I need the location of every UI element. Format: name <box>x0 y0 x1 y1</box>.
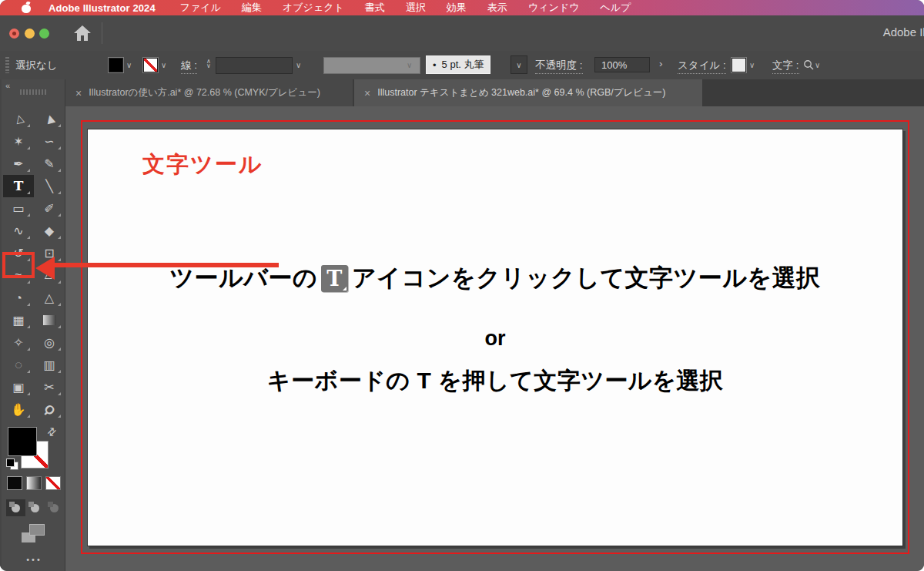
type-tool[interactable]: T <box>3 175 34 197</box>
titlebar-separator <box>102 22 102 44</box>
line-segment-tool[interactable]: ╲ <box>34 175 65 197</box>
style-label[interactable]: スタイル : <box>678 59 726 74</box>
symbol-sprayer-tool-icon: ◌ <box>15 359 22 371</box>
draw-behind-button[interactable] <box>25 499 45 516</box>
stroke-weight-chevron-icon[interactable]: ∨ <box>296 61 301 69</box>
fill-chevron-icon[interactable]: ∨ <box>126 61 132 69</box>
search-chevron-icon[interactable]: ∨ <box>815 61 820 69</box>
menu-item[interactable]: 表示 <box>487 1 507 15</box>
edit-toolbar-button[interactable]: ••• <box>2 555 67 564</box>
opacity-label[interactable]: 不透明度 : <box>535 59 583 74</box>
controlbar-grip[interactable] <box>5 57 9 73</box>
collapse-panel-icon[interactable]: « <box>5 81 10 90</box>
eyedropper-tool[interactable]: ✧ <box>3 331 34 354</box>
apply-gradient-button[interactable] <box>26 476 42 490</box>
shape-builder-tool-icon: ◔ <box>15 292 22 304</box>
eyedropper-tool-icon: ✧ <box>13 337 23 349</box>
shape-builder-tool[interactable]: ◔ <box>3 287 34 309</box>
type-label[interactable]: 文字 : <box>772 59 799 74</box>
tools-panel: « ▷▶✶∽✒✎T╲▭✐∿◆↺⊡≈▱◔△▦▩✧◎◌▥▣✂✋Ϙ ⇄ ••• <box>0 79 65 571</box>
magic-wand-tool[interactable]: ✶ <box>3 130 34 153</box>
app-menu-title[interactable]: Adobe Illustrator 2024 <box>49 2 156 14</box>
perspective-grid-tool[interactable]: △ <box>34 287 65 309</box>
menu-item[interactable]: ウィンドウ <box>528 1 580 15</box>
stroke-weight-input[interactable] <box>216 57 293 74</box>
annotation-label[interactable]: 文字ツール <box>142 149 263 180</box>
fill-well[interactable] <box>8 427 37 456</box>
artboard-tool[interactable]: ▣ <box>3 376 34 398</box>
menu-item[interactable]: ヘルプ <box>600 1 631 15</box>
apple-menu-icon[interactable] <box>22 2 32 13</box>
document-tab-active[interactable]: × Illustrator テキストまとめ 321web.ai* @ 69.4 … <box>354 79 702 106</box>
pen-tool[interactable]: ✒ <box>3 153 34 175</box>
mesh-tool[interactable]: ▦ <box>3 309 34 331</box>
shaper-tool[interactable]: ∿ <box>3 220 34 242</box>
home-icon[interactable] <box>73 25 92 42</box>
close-window-button[interactable] <box>9 29 19 39</box>
selection-tool[interactable]: ▷ <box>3 108 34 130</box>
close-tab-icon[interactable]: × <box>75 87 82 99</box>
tools-panel-grip[interactable] <box>20 89 48 95</box>
graph-tool[interactable]: ▥ <box>34 354 65 376</box>
stroke-weight-stepper[interactable]: ∧ ∨ <box>206 59 211 69</box>
screen-mode-button[interactable] <box>22 524 45 542</box>
instruction-line-3[interactable]: キーボードの T を押して文字ツールを選択 <box>88 365 902 397</box>
opacity-more-icon[interactable]: › <box>659 58 663 69</box>
line1-after-text: アイコンをクリックして文字ツールを選択 <box>352 262 821 294</box>
mesh-tool-icon: ▦ <box>12 314 24 327</box>
style-swatch[interactable] <box>732 58 746 72</box>
eraser-tool[interactable]: ◆ <box>34 220 65 242</box>
lasso-tool[interactable]: ∽ <box>34 130 65 153</box>
width-profile-chevron-icon[interactable]: ∨ <box>407 61 412 69</box>
blend-tool[interactable]: ◎ <box>34 331 65 354</box>
curvature-tool[interactable]: ✎ <box>34 153 65 175</box>
menu-item[interactable]: 書式 <box>365 1 385 15</box>
stroke-color-swatch[interactable] <box>143 58 158 72</box>
stepper-down-icon[interactable]: ∨ <box>206 64 211 69</box>
slice-tool[interactable]: ✂ <box>34 376 65 398</box>
symbol-sprayer-tool[interactable]: ◌ <box>3 354 34 376</box>
apply-color-button[interactable] <box>7 476 22 490</box>
instruction-line-2[interactable]: or <box>88 327 902 351</box>
canvas-area[interactable]: ツールバーの T アイコンをクリックして文字ツールを選択 or キーボードの T… <box>65 106 924 571</box>
rectangle-tool-icon: ▭ <box>12 203 24 215</box>
gradient-tool[interactable]: ▩ <box>34 309 65 331</box>
stroke-chevron-icon[interactable]: ∨ <box>161 61 166 69</box>
rectangle-tool[interactable]: ▭ <box>3 197 34 220</box>
artboard[interactable]: ツールバーの T アイコンをクリックして文字ツールを選択 or キーボードの T… <box>87 129 903 546</box>
zoom-tool-icon: Ϙ <box>42 401 57 417</box>
draw-inside-button[interactable] <box>45 499 64 516</box>
menu-item[interactable]: ファイル <box>180 1 221 15</box>
tab-label: Illustratorの使い方.ai* @ 72.68 % (CMYK/プレビュ… <box>89 86 320 99</box>
brush-definition-dropdown[interactable]: • 5 pt. 丸筆 <box>426 55 490 74</box>
paintbrush-tool[interactable]: ✐ <box>34 197 65 220</box>
style-chevron-icon[interactable]: ∨ <box>749 61 755 69</box>
menu-item[interactable]: 選択 <box>406 1 426 15</box>
menu-item[interactable]: 効果 <box>447 1 467 15</box>
close-tab-icon[interactable]: × <box>364 87 370 99</box>
brush-chevron-button[interactable]: ∨ <box>511 55 527 74</box>
menu-item[interactable]: オブジェクト <box>283 1 344 15</box>
document-tab-inactive[interactable]: × Illustratorの使い方.ai* @ 72.68 % (CMYK/プレ… <box>65 79 353 106</box>
stroke-weight-label[interactable]: 線 : <box>181 59 197 74</box>
draw-normal-button[interactable] <box>6 499 25 516</box>
window-title-bar: Adobe Ill <box>0 15 924 52</box>
swap-fill-stroke-icon[interactable]: ⇄ <box>44 424 59 439</box>
apply-none-button[interactable] <box>45 476 61 490</box>
artboard-tool-icon: ▣ <box>12 381 24 394</box>
zoom-window-button[interactable] <box>39 29 49 39</box>
document-tab-bar: × Illustratorの使い方.ai* @ 72.68 % (CMYK/プレ… <box>65 79 924 106</box>
zoom-tool[interactable]: Ϙ <box>34 398 65 421</box>
type-tool-highlight-box <box>2 252 35 278</box>
hand-tool[interactable]: ✋ <box>3 398 34 421</box>
fill-color-swatch[interactable] <box>109 58 123 72</box>
lasso-tool-icon: ∽ <box>44 136 54 148</box>
default-fill-stroke-icon[interactable] <box>6 458 18 470</box>
menu-item[interactable]: 編集 <box>242 1 262 15</box>
search-icon[interactable] <box>803 59 814 70</box>
direct-selection-tool[interactable]: ▶ <box>34 108 65 130</box>
opacity-input[interactable]: 100% <box>594 57 650 72</box>
menu-items: ファイル編集オブジェクト書式選択効果表示ウィンドウヘルプ <box>180 1 631 15</box>
minimize-window-button[interactable] <box>25 29 35 39</box>
paintbrush-tool-icon: ✐ <box>44 203 54 215</box>
